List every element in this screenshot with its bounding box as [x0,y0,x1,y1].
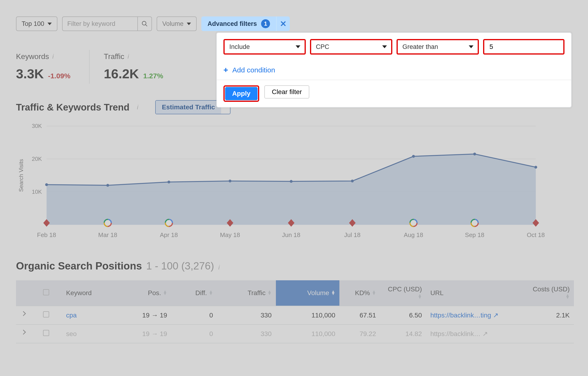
search-button[interactable] [137,16,152,31]
sort-icon [331,290,336,295]
kpi-delta: -1.09% [48,72,70,80]
col-traffic[interactable]: Traffic [217,280,276,306]
cell-cpc: 6.50 [380,306,426,324]
svg-point-9 [45,183,48,186]
col-pos[interactable]: Pos. [120,280,171,306]
chevron-down-icon [382,45,387,48]
svg-text:Apr 18: Apr 18 [160,231,178,239]
cell-keyword[interactable]: seo [62,324,120,343]
select-all-checkbox[interactable] [43,289,49,295]
keyword-filter-input[interactable] [62,16,137,31]
svg-point-14 [351,180,354,182]
cell-traffic: 330 [217,306,276,324]
value-input-wrap [483,39,565,54]
advanced-filters-clear[interactable]: ✕ [276,16,290,31]
trend-chart: 10K20K30KSearch VisitsFeb 18Mar 18Apr 18… [16,124,574,241]
volume-dropdown[interactable]: Volume [157,16,197,31]
chevron-down-icon [469,45,473,48]
keyword-filter [62,16,152,31]
search-icon [141,21,148,27]
svg-point-0 [142,21,146,25]
svg-line-1 [146,25,147,26]
positions-table: Keyword Pos. Diff. Traffic Volume KD% CP… [16,280,574,343]
svg-point-13 [290,180,293,183]
add-condition-label: Add condition [232,66,275,74]
info-icon[interactable]: i [127,53,129,60]
cell-url[interactable]: https://backlink…ting ↗ [426,306,528,324]
close-icon: ✕ [280,19,286,29]
cell-kd: 79.22 [339,324,380,343]
kpi-value: 16.2K [104,66,139,81]
positions-header: Organic Search Positions 1 - 100 (3,276)… [16,260,574,272]
cell-pos: 19 → 19 [120,324,171,343]
expand-row-icon[interactable] [20,311,26,317]
table-row: seo 19 → 19 0 330 110,000 79.22 14.82 ht… [16,324,574,343]
svg-point-12 [229,180,231,182]
clear-filter-button[interactable]: Clear filter [264,85,310,99]
include-exclude-select[interactable]: Include [223,39,306,54]
col-volume[interactable]: Volume [276,280,340,306]
add-condition-button[interactable]: + Add condition [223,65,565,74]
cell-pos: 19 → 19 [120,306,171,324]
col-costs[interactable]: Costs (USD) [528,280,574,306]
operator-select[interactable]: Greater than [397,39,479,54]
info-icon[interactable]: i [137,104,138,111]
sort-icon [209,290,213,295]
cell-keyword[interactable]: cpa [62,306,120,324]
cell-kd: 67.51 [339,306,380,324]
info-icon[interactable]: i [52,53,54,60]
advanced-filters-count: 1 [261,19,270,28]
toggle-estimated-traffic[interactable]: Estimated Traffic [156,101,221,114]
cell-cpc: 14.82 [380,324,426,343]
row-checkbox[interactable] [43,311,49,317]
svg-text:May 18: May 18 [220,231,240,239]
svg-point-16 [473,153,476,156]
kpi-delta: 1.27% [143,72,163,80]
value-input[interactable] [489,43,559,51]
cell-costs: 2.1K [528,306,574,324]
chevron-down-icon [48,22,52,25]
kpi-label: Keywords [16,52,49,61]
cell-costs [528,324,574,343]
svg-text:30K: 30K [32,124,42,129]
chevron-down-icon [187,22,191,25]
info-icon[interactable]: i [218,264,220,271]
cell-diff: 0 [171,306,217,324]
expand-row-icon[interactable] [20,330,26,336]
col-cpc[interactable]: CPC (USD) [380,280,426,306]
kpi-traffic: Traffic i 16.2K 1.27% [89,50,182,84]
cell-volume: 110,000 [276,324,340,343]
col-diff[interactable]: Diff. [171,280,217,306]
filter-condition-row: Include CPC Greater than [223,39,565,54]
sort-icon [566,294,570,299]
cell-traffic: 330 [217,324,276,343]
volume-label: Volume [162,20,183,28]
sort-icon [267,290,272,295]
col-url[interactable]: URL [426,280,528,306]
svg-text:Feb 18: Feb 18 [37,231,56,239]
table-row: cpa 19 → 19 0 330 110,000 67.51 6.50 htt… [16,306,574,324]
advanced-filters-button[interactable]: Advanced filters 1 [201,16,276,31]
svg-text:Jun 18: Jun 18 [282,231,300,239]
sort-icon [163,290,167,295]
plus-icon: + [223,65,228,74]
table-header-row: Keyword Pos. Diff. Traffic Volume KD% CP… [16,280,574,306]
col-keyword[interactable]: Keyword [62,280,120,306]
top-n-dropdown[interactable]: Top 100 [16,16,57,31]
cell-url[interactable]: https://backlink… ↗ [426,324,528,343]
svg-text:10K: 10K [32,188,42,195]
metric-select[interactable]: CPC [310,39,392,54]
svg-text:Aug 18: Aug 18 [404,231,423,239]
apply-highlight: Apply [223,85,259,102]
col-kd[interactable]: KD% [339,280,380,306]
chevron-down-icon [296,45,300,48]
trend-title: Traffic & Keywords Trend [16,102,129,113]
svg-point-10 [106,184,109,187]
sort-icon [418,294,422,299]
advanced-filters-label: Advanced filters [208,20,257,28]
row-checkbox[interactable] [43,330,49,336]
svg-point-11 [168,181,170,183]
positions-title: Organic Search Positions [16,260,142,272]
apply-button[interactable]: Apply [225,87,258,100]
svg-text:Search Visits: Search Visits [18,159,24,192]
